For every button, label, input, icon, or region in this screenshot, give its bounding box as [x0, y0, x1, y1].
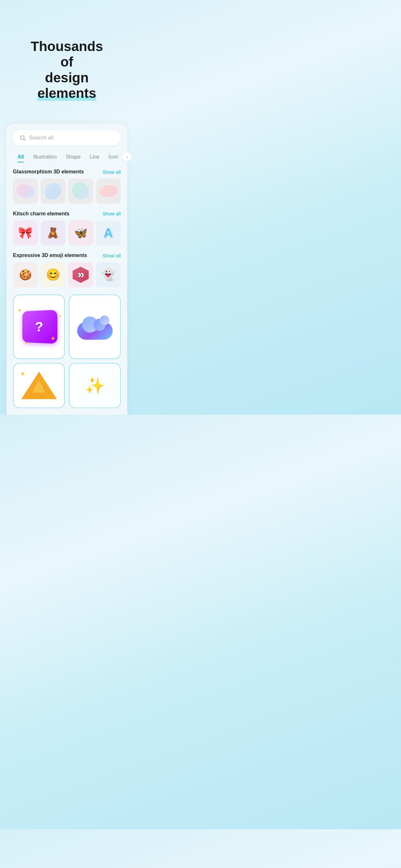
glass-item-3[interactable] [68, 179, 93, 204]
kitsch-items: 🎀 🧸 🦋 A [13, 221, 121, 246]
emoji-smiley[interactable]: 😊 [41, 262, 66, 287]
hero-title-line2: design elements [37, 70, 96, 101]
section-title-kitsch: Kitsch charm elements [13, 211, 69, 217]
unknown-icon: ✨ [85, 376, 105, 395]
mountain-shape [21, 372, 57, 399]
sparkle-tr: ✦ [59, 314, 62, 318]
question-mark-icon: ? [35, 319, 43, 335]
featured-grid: ? ✦ ✦ ✦ ★ ✦ [13, 294, 121, 408]
cookie-icon: 🍪 [19, 269, 32, 281]
bow-icon: 🎀 [18, 226, 33, 240]
search-placeholder: Search all [29, 135, 54, 141]
tab-all[interactable]: All [13, 151, 28, 162]
hero-section: Thousands of design elements [0, 0, 134, 120]
glass-item-4[interactable] [96, 179, 121, 204]
search-icon [19, 135, 26, 141]
featured-card-unknown[interactable]: ✨ [69, 363, 121, 408]
butterfly-icon: 🦋 [74, 226, 88, 239]
section-title-glassmorphism: Glassmorphism 3D elements [13, 169, 84, 175]
kitsch-letter-a[interactable]: A [96, 221, 121, 246]
featured-card-cloud[interactable] [69, 294, 121, 359]
section-header-kitsch: Kitsch charm elements Show all [13, 211, 121, 217]
emoji-cookie[interactable]: 🍪 [13, 262, 38, 287]
sparkle-br: ★ [51, 335, 55, 341]
kitsch-butterfly[interactable]: 🦋 [68, 221, 93, 246]
smiley-icon: 😊 [46, 268, 60, 282]
hero-title: Thousands of design elements [13, 20, 121, 111]
hexagon-icon: 👀 [72, 267, 89, 283]
glass-item-2[interactable] [41, 179, 66, 204]
hero-title-line1: Thousands of [31, 39, 103, 69]
sparkle-tl: ✦ [18, 307, 22, 314]
kitsch-bow[interactable]: 🎀 [13, 221, 38, 246]
section-title-emoji: Expressive 3D emoji elements [13, 252, 87, 258]
tabs-chevron[interactable]: › [123, 152, 132, 161]
section-emoji: Expressive 3D emoji elements Show all 🍪 … [13, 252, 121, 287]
section-glassmorphism: Glassmorphism 3D elements Show all [13, 169, 121, 204]
show-all-emoji[interactable]: Show all [102, 253, 121, 258]
tab-icon[interactable]: Icon [104, 151, 123, 162]
section-kitsch: Kitsch charm elements Show all 🎀 🧸 🦋 A [13, 211, 121, 246]
hero-title-highlight: elements [37, 86, 96, 101]
sparkle-bl: ✦ [25, 341, 28, 345]
section-header-glassmorphism: Glassmorphism 3D elements Show all [13, 169, 121, 175]
featured-card-mountain[interactable]: ✦ [13, 363, 65, 408]
section-header-emoji: Expressive 3D emoji elements Show all [13, 252, 121, 258]
main-card: Search all All Illustration Shape Line I… [6, 124, 127, 414]
tabs-row: All Illustration Shape Line Icon › [13, 151, 121, 162]
tab-shape[interactable]: Shape [61, 151, 85, 162]
glassmorphism-items [13, 179, 121, 204]
emoji-hexagon[interactable]: 👀 [68, 262, 93, 287]
tab-illustration[interactable]: Illustration [28, 151, 61, 162]
tab-line[interactable]: Line [85, 151, 104, 162]
show-all-glassmorphism[interactable]: Show all [102, 169, 121, 175]
ghost-icon: 👻 [101, 268, 116, 282]
featured-card-question[interactable]: ? ✦ ✦ ✦ ★ [13, 294, 65, 359]
bear-icon: 🧸 [47, 227, 59, 239]
letter-a-icon: A [104, 226, 113, 240]
glass-item-1[interactable] [13, 179, 38, 204]
kitsch-bear[interactable]: 🧸 [41, 221, 66, 246]
show-all-kitsch[interactable]: Show all [102, 211, 121, 216]
emoji-ghost[interactable]: 👻 [96, 262, 121, 287]
search-bar[interactable]: Search all [13, 130, 121, 146]
svg-line-1 [24, 139, 26, 141]
emoji-items: 🍪 😊 👀 👻 [13, 262, 121, 287]
cloud-shape [77, 314, 113, 340]
